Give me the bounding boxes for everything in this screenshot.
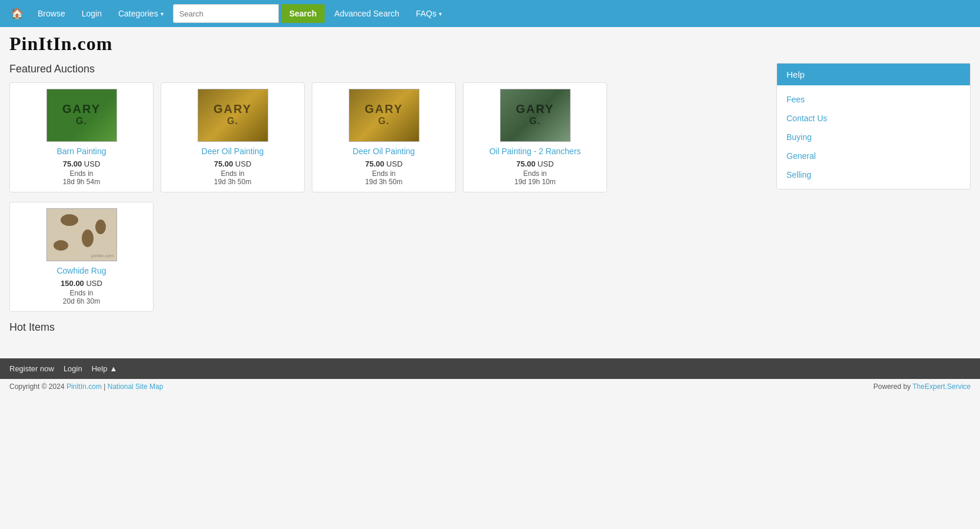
auction-img-deer-oil-painting-1: GARYG. — [198, 89, 268, 142]
help-link-contact-us[interactable]: Contact Us — [777, 109, 970, 128]
auction-price-barn-painting: 75.00 USD — [63, 159, 101, 168]
hot-items-title: Hot Items — [9, 321, 767, 334]
auction-time-deer-oil-painting-2: 19d 3h 50m — [365, 178, 402, 186]
categories-chevron-icon: ▾ — [161, 11, 164, 17]
browse-link[interactable]: Browse — [31, 5, 72, 22]
faqs-chevron-icon: ▾ — [439, 11, 442, 17]
auction-ends-label-barn-painting: Ends in — [69, 169, 93, 178]
national-site-map-link[interactable]: National Site Map — [108, 382, 164, 391]
help-link-selling[interactable]: Selling — [777, 165, 970, 184]
logo-area: PinItIn.com — [0, 27, 980, 57]
auction-img-deer-oil-painting-2: GARYG. — [349, 89, 419, 142]
auction-price-deer-oil-painting-2: 75.00 USD — [365, 159, 403, 168]
bottom-footer: Copyright © 2024 PinItIn.com | National … — [0, 379, 980, 394]
auction-price-deer-oil-painting-1: 75.00 USD — [214, 159, 252, 168]
auction-ends-label-oil-painting-ranchers: Ends in — [523, 169, 546, 178]
auction-img-oil-painting-ranchers: GARYG. — [500, 89, 571, 142]
help-link-general[interactable]: General — [777, 147, 970, 165]
site-logo[interactable]: PinItIn.com — [9, 33, 112, 54]
home-button[interactable]: 🏠 — [6, 5, 28, 22]
copyright-area: Copyright © 2024 PinItIn.com | National … — [9, 382, 163, 391]
advanced-search-link[interactable]: Advanced Search — [327, 5, 406, 22]
faqs-link[interactable]: FAQs ▾ — [409, 5, 449, 22]
auction-ends-label-deer-oil-painting-1: Ends in — [221, 169, 244, 178]
featured-auction-grid: GARYG.Barn Painting75.00 USDEnds in18d 9… — [9, 82, 767, 192]
content-area: Featured Auctions GARYG.Barn Painting75.… — [9, 63, 767, 341]
auction-img-barn-painting: GARYG. — [46, 89, 117, 142]
navbar: 🏠 Browse Login Categories ▾ Search Advan… — [0, 0, 980, 27]
register-now-link[interactable]: Register now — [9, 364, 54, 373]
help-links: FeesContact UsBuyingGeneralSelling — [777, 85, 970, 189]
auction-price-oil-painting-ranchers: 75.00 USD — [516, 159, 554, 168]
search-input[interactable] — [173, 4, 279, 23]
help-arrow-icon: ▲ — [109, 364, 117, 373]
featured-auctions-title: Featured Auctions — [9, 63, 767, 75]
auction-title-oil-painting-ranchers[interactable]: Oil Painting - 2 Ranchers — [489, 147, 581, 156]
auction-card-deer-oil-painting-2[interactable]: GARYG.Deer Oil Painting75.00 USDEnds in1… — [312, 82, 456, 192]
auction-time-oil-painting-ranchers: 19d 19h 10m — [514, 178, 555, 186]
auction-card-deer-oil-painting-1[interactable]: GARYG.Deer Oil Painting75.00 USDEnds in1… — [161, 82, 305, 192]
footer-login-link[interactable]: Login — [64, 364, 82, 373]
footer-nav: Register now Login Help ▲ — [0, 358, 980, 379]
hot-items-section: Hot Items — [9, 321, 767, 334]
login-link[interactable]: Login — [75, 5, 109, 22]
copyright-text: Copyright © 2024 — [9, 382, 65, 391]
auction-img-cowhide-rug: pinitln.com — [46, 208, 117, 261]
help-panel: Help FeesContact UsBuyingGeneralSelling — [776, 63, 971, 189]
auction-card-barn-painting[interactable]: GARYG.Barn Painting75.00 USDEnds in18d 9… — [9, 82, 154, 192]
service-link[interactable]: TheExpert.Service — [912, 382, 971, 391]
help-link-fees[interactable]: Fees — [777, 90, 970, 109]
powered-by-area: Powered by TheExpert.Service — [874, 382, 971, 391]
main-layout: Featured Auctions GARYG.Barn Painting75.… — [0, 57, 980, 347]
auction-time-barn-painting: 18d 9h 54m — [63, 178, 100, 186]
auction-card-oil-painting-ranchers[interactable]: GARYG.Oil Painting - 2 Ranchers75.00 USD… — [463, 82, 607, 192]
search-button[interactable]: Search — [281, 4, 325, 23]
help-panel-header: Help — [777, 64, 970, 85]
auction-card-cowhide-rug[interactable]: pinitln.comCowhide Rug150.00 USDEnds in2… — [9, 202, 154, 312]
sidebar: Help FeesContact UsBuyingGeneralSelling — [776, 63, 971, 189]
auction-title-deer-oil-painting-1[interactable]: Deer Oil Painting — [202, 147, 264, 156]
auction-ends-label-deer-oil-painting-2: Ends in — [372, 169, 395, 178]
auction-price-cowhide-rug: 150.00 USD — [61, 279, 102, 288]
help-link-buying[interactable]: Buying — [777, 128, 970, 147]
site-link[interactable]: PinItIn.com — [66, 382, 102, 391]
auction-title-cowhide-rug[interactable]: Cowhide Rug — [56, 266, 106, 275]
auction-title-deer-oil-painting-2[interactable]: Deer Oil Painting — [353, 147, 415, 156]
powered-by-text: Powered by — [874, 382, 911, 391]
auction-ends-label-cowhide-rug: Ends in — [69, 289, 93, 297]
second-row-grid: pinitln.comCowhide Rug150.00 USDEnds in2… — [9, 202, 767, 312]
categories-link[interactable]: Categories ▾ — [111, 5, 171, 22]
auction-title-barn-painting[interactable]: Barn Painting — [56, 147, 106, 156]
auction-time-deer-oil-painting-1: 19d 3h 50m — [214, 178, 251, 186]
footer-help-link[interactable]: Help ▲ — [92, 364, 118, 373]
auction-time-cowhide-rug: 20d 6h 30m — [63, 297, 100, 305]
